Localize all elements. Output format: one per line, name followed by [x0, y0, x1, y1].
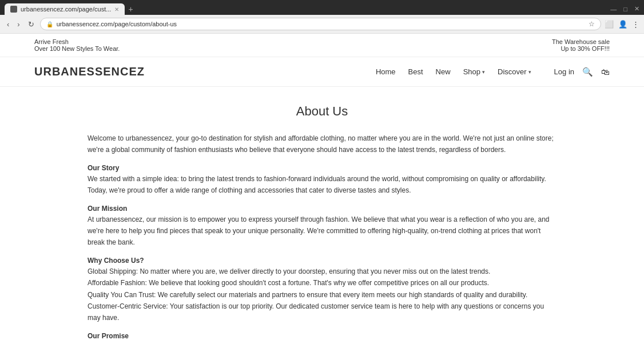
profile-icon[interactable]: 👤 [618, 20, 627, 29]
why-section: Why Choose Us? Global Shipping: No matte… [88, 257, 556, 324]
bookmark-icon[interactable]: ☆ [589, 20, 595, 28]
address-bar[interactable]: 🔒 urbanessencez.com/page/custom/about-us… [40, 18, 601, 30]
tab-close-button[interactable]: ✕ [114, 6, 119, 13]
nav-links: Home Best New Shop ▾ Discover ▾ [376, 67, 531, 76]
nav-discover[interactable]: Discover ▾ [498, 67, 531, 76]
maximize-button[interactable]: □ [623, 6, 627, 13]
back-button[interactable]: ‹ [5, 19, 11, 30]
announcement-left: Arrive Fresh Over 100 New Styles To Wear… [34, 38, 120, 52]
browser-chrome: urbanessencez.com/page/cust... ✕ + — □ ✕ [0, 0, 644, 15]
refresh-button[interactable]: ↻ [26, 19, 37, 30]
tab-favicon [10, 6, 17, 13]
story-section: Our Story We started with a simple idea:… [88, 164, 556, 197]
mission-section: Our Mission At urbanessencez, our missio… [88, 205, 556, 249]
active-browser-tab[interactable]: urbanessencez.com/page/cust... ✕ [5, 3, 125, 15]
announcement-right-line2: Up to 30% OFF!!! [552, 45, 610, 52]
menu-icon[interactable]: ⋮ [632, 20, 639, 29]
mission-heading: Our Mission [88, 205, 556, 213]
search-icon[interactable]: 🔍 [582, 67, 593, 77]
new-tab-button[interactable]: + [125, 3, 136, 15]
why-body: Global Shipping: No matter where you are… [88, 266, 556, 324]
page-title: About Us [88, 104, 556, 119]
close-window-button[interactable]: ✕ [634, 5, 639, 13]
announcement-left-line1: Arrive Fresh [34, 38, 120, 45]
site-nav: URBANESSENCEZ Home Best New Shop ▾ Disco… [0, 57, 644, 87]
nav-shop[interactable]: Shop ▾ [463, 67, 485, 76]
announcement-bar: Arrive Fresh Over 100 New Styles To Wear… [0, 34, 644, 57]
nav-shop-label: Shop [463, 67, 480, 76]
minimize-button[interactable]: — [610, 6, 617, 13]
nav-best-label: Best [408, 67, 423, 76]
nav-home[interactable]: Home [376, 67, 396, 76]
login-link[interactable]: Log in [554, 67, 574, 76]
nav-home-label: Home [376, 67, 396, 76]
cart-icon[interactable]: 🛍 [601, 67, 610, 77]
discover-dropdown-icon: ▾ [528, 69, 531, 75]
url-text: urbanessencez.com/page/custom/about-us [57, 21, 585, 27]
announcement-right: The Warehouse sale Up to 30% OFF!!! [552, 38, 610, 52]
toolbar-icons: ⬜ 👤 ⋮ [605, 20, 639, 29]
mission-body: At urbanessencez, our mission is to empo… [88, 214, 556, 249]
nav-new-label: New [436, 67, 451, 76]
site-wrapper: Arrive Fresh Over 100 New Styles To Wear… [0, 34, 644, 344]
nav-actions: Log in 🔍 🛍 [554, 67, 610, 77]
nav-new[interactable]: New [436, 67, 451, 76]
promise-body: At urbanessencez, we promise to continue… [88, 341, 556, 344]
announcement-right-line1: The Warehouse sale [552, 38, 610, 45]
extensions-icon[interactable]: ⬜ [605, 20, 614, 29]
announcement-left-line2: Over 100 New Styles To Wear. [34, 45, 120, 52]
nav-best[interactable]: Best [408, 67, 423, 76]
shop-dropdown-icon: ▾ [482, 69, 485, 75]
tab-title: urbanessencez.com/page/cust... [21, 6, 111, 13]
browser-toolbar: ‹ › ↻ 🔒 urbanessencez.com/page/custom/ab… [0, 15, 644, 34]
main-content: About Us Welcome to urbanessencez, your … [65, 87, 579, 344]
promise-heading: Our Promise [88, 332, 556, 340]
promise-section: Our Promise At urbanessencez, we promise… [88, 332, 556, 344]
intro-paragraph: Welcome to urbanessencez, your go-to des… [88, 133, 556, 156]
why-heading: Why Choose Us? [88, 257, 556, 265]
story-body: We started with a simple idea: to bring … [88, 173, 556, 197]
site-logo[interactable]: URBANESSENCEZ [34, 65, 145, 78]
nav-discover-label: Discover [498, 67, 527, 76]
story-heading: Our Story [88, 164, 556, 172]
lock-icon: 🔒 [46, 21, 53, 27]
window-controls: — □ ✕ [610, 5, 639, 15]
forward-button[interactable]: › [15, 19, 22, 30]
